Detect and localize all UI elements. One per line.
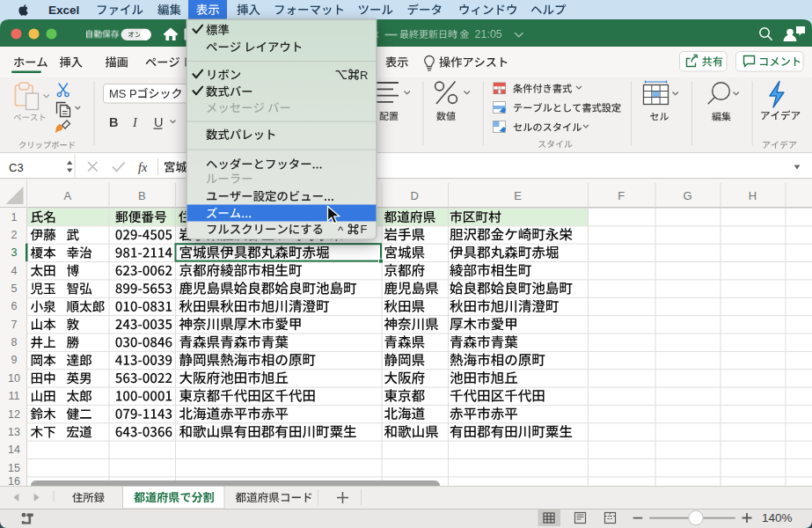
- svg-text:G: G: [683, 189, 691, 202]
- svg-text:MS P: MS P: [109, 87, 137, 100]
- svg-text:Excel: Excel: [48, 4, 79, 17]
- svg-text:R: R: [360, 69, 368, 82]
- svg-text::: :: [454, 28, 457, 40]
- svg-text:7: 7: [11, 319, 18, 331]
- svg-text:11: 11: [9, 390, 20, 402]
- svg-text:F: F: [361, 223, 368, 236]
- svg-text:A: A: [63, 189, 71, 202]
- svg-text:12: 12: [8, 408, 20, 421]
- svg-text:140%: 140%: [762, 511, 793, 524]
- svg-text:6: 6: [11, 300, 18, 312]
- svg-text:2: 2: [11, 229, 18, 241]
- svg-text:16: 16: [8, 475, 20, 488]
- svg-text:15: 15: [8, 462, 20, 474]
- svg-text:U: U: [154, 115, 163, 129]
- svg-text:3: 3: [11, 246, 18, 259]
- svg-text:D: D: [411, 189, 419, 202]
- svg-text:8: 8: [11, 336, 18, 348]
- svg-text:5: 5: [11, 282, 18, 295]
- svg-text:E: E: [514, 189, 522, 202]
- svg-text:H: H: [749, 189, 757, 202]
- svg-text:14: 14: [8, 444, 20, 456]
- svg-text:4: 4: [11, 265, 18, 277]
- svg-text:^: ^: [338, 224, 344, 237]
- svg-text:B: B: [109, 115, 118, 129]
- svg-text:21:05: 21:05: [475, 28, 502, 40]
- svg-text:10: 10: [8, 372, 20, 385]
- svg-text:9: 9: [11, 354, 18, 366]
- svg-text:B: B: [138, 189, 146, 202]
- svg-text:13: 13: [8, 426, 20, 438]
- svg-text:1: 1: [11, 211, 18, 224]
- svg-text:F: F: [618, 189, 625, 202]
- svg-text:fx: fx: [138, 160, 148, 174]
- svg-text:C3: C3: [9, 161, 24, 174]
